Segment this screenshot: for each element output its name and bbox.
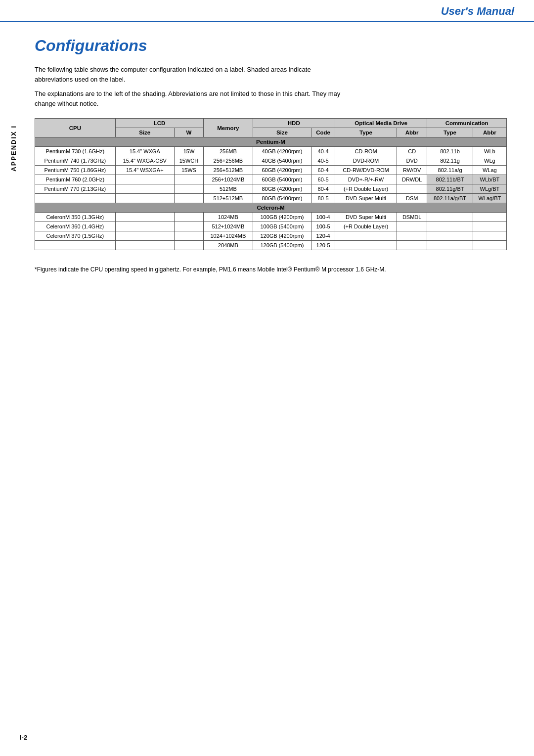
config-table-container: CPU LCD Memory HDD Optical Media Drive C… bbox=[35, 118, 507, 250]
table-row: CeleronM 360 (1.4GHz)512+1024MB100GB (54… bbox=[35, 222, 507, 231]
table-cell bbox=[473, 222, 506, 231]
table-cell: PentiumM 760 (2.0GHz) bbox=[35, 175, 116, 184]
table-cell: CeleronM 370 (1.5GHz) bbox=[35, 231, 116, 241]
th-hdd: HDD bbox=[253, 119, 335, 128]
appendix-label: APPENDIX I bbox=[10, 125, 17, 172]
th-cpu: CPU bbox=[35, 119, 116, 137]
table-cell: 802.11b bbox=[427, 147, 473, 156]
table-cell: (+R Double Layer) bbox=[335, 222, 397, 231]
table-cell: 40-5 bbox=[312, 156, 335, 166]
table-cell: WLb/BT bbox=[473, 175, 506, 184]
footer-note: *Figures indicate the CPU operating spee… bbox=[35, 265, 430, 274]
table-cell: 80GB (5400rpm) bbox=[253, 194, 312, 203]
table-cell bbox=[115, 231, 174, 241]
table-cell: 256+512MB bbox=[204, 166, 253, 175]
table-cell: CD-ROM bbox=[335, 147, 397, 156]
table-cell bbox=[35, 241, 116, 250]
table-cell: 15W bbox=[174, 147, 203, 156]
appendix-sidebar: APPENDIX I bbox=[0, 99, 27, 198]
table-group-header: Pentium-M bbox=[35, 137, 507, 147]
table-cell bbox=[115, 241, 174, 250]
table-cell bbox=[335, 241, 397, 250]
table-cell: 100GB (5400rpm) bbox=[253, 222, 312, 231]
table-cell bbox=[473, 231, 506, 241]
page-header: User's Manual bbox=[0, 0, 534, 22]
table-row: PentiumM 760 (2.0GHz)256+1024MB60GB (540… bbox=[35, 175, 507, 184]
table-cell: 512MB bbox=[204, 184, 253, 194]
table-cell: 120-5 bbox=[312, 241, 335, 250]
table-cell bbox=[35, 194, 116, 203]
table-cell: DVD+-R/+-RW bbox=[335, 175, 397, 184]
th-lcd-size: Size bbox=[115, 128, 174, 137]
table-cell: 15WS bbox=[174, 166, 203, 175]
table-cell bbox=[174, 213, 203, 222]
table-cell: 15.4" WXGA bbox=[115, 147, 174, 156]
table-cell: 15WCH bbox=[174, 156, 203, 166]
table-cell: DSMDL bbox=[397, 213, 427, 222]
table-cell bbox=[174, 241, 203, 250]
table-cell: DSM bbox=[397, 194, 427, 203]
table-cell: 40GB (5400rpm) bbox=[253, 156, 312, 166]
table-cell: WLg/BT bbox=[473, 184, 506, 194]
table-cell bbox=[427, 231, 473, 241]
table-cell: 802.11a/g bbox=[427, 166, 473, 175]
table-cell: 100-4 bbox=[312, 213, 335, 222]
th-memory: Memory bbox=[204, 119, 253, 137]
table-cell bbox=[427, 241, 473, 250]
table-cell bbox=[115, 175, 174, 184]
th-optical: Optical Media Drive bbox=[335, 119, 427, 128]
table-row: CeleronM 370 (1.5GHz)1024+1024MB120GB (4… bbox=[35, 231, 507, 241]
table-cell: PentiumM 730 (1.6GHz) bbox=[35, 147, 116, 156]
section-title: Configurations bbox=[35, 37, 507, 55]
table-cell bbox=[397, 184, 427, 194]
table-cell: WLg bbox=[473, 156, 506, 166]
table-cell: 802.11a/g/BT bbox=[427, 194, 473, 203]
table-cell bbox=[115, 194, 174, 203]
page-number: I-2 bbox=[20, 734, 27, 741]
manual-title: User's Manual bbox=[441, 5, 514, 18]
th-lcd: LCD bbox=[115, 119, 203, 128]
table-cell: 120GB (5400rpm) bbox=[253, 241, 312, 250]
table-cell: CeleronM 360 (1.4GHz) bbox=[35, 222, 116, 231]
table-cell: PentiumM 750 (1.86GHz) bbox=[35, 166, 116, 175]
table-cell: 15.4" WSXGA+ bbox=[115, 166, 174, 175]
th-hdd-code: Code bbox=[312, 128, 335, 137]
table-cell bbox=[427, 222, 473, 231]
table-cell: 60GB (5400rpm) bbox=[253, 175, 312, 184]
table-cell: RW/DV bbox=[397, 166, 427, 175]
table-cell: DVD Super Multi bbox=[335, 194, 397, 203]
table-row: PentiumM 740 (1.73GHz)15.4" WXGA-CSV15WC… bbox=[35, 156, 507, 166]
table-cell: 80GB (4200rpm) bbox=[253, 184, 312, 194]
table-group-header: Celeron-M bbox=[35, 203, 507, 213]
table-cell: CD bbox=[397, 147, 427, 156]
table-cell bbox=[115, 222, 174, 231]
table-cell: 512+512MB bbox=[204, 194, 253, 203]
table-cell bbox=[174, 222, 203, 231]
table-cell: CeleronM 350 (1.3GHz) bbox=[35, 213, 116, 222]
table-cell: 802.11g bbox=[427, 156, 473, 166]
table-cell: 60GB (4200rpm) bbox=[253, 166, 312, 175]
table-cell: DVD Super Multi bbox=[335, 213, 397, 222]
table-cell: 802.11g/BT bbox=[427, 184, 473, 194]
table-cell bbox=[174, 194, 203, 203]
table-cell bbox=[115, 213, 174, 222]
table-cell bbox=[473, 241, 506, 250]
table-cell: 120-4 bbox=[312, 231, 335, 241]
table-cell bbox=[473, 213, 506, 222]
table-cell: 256+1024MB bbox=[204, 175, 253, 184]
th-comm: Communication bbox=[427, 119, 507, 128]
table-row: 512+512MB80GB (5400rpm)80-5DVD Super Mul… bbox=[35, 194, 507, 203]
table-cell: DRWDL bbox=[397, 175, 427, 184]
table-cell: 100GB (4200rpm) bbox=[253, 213, 312, 222]
table-cell: PentiumM 770 (2.13GHz) bbox=[35, 184, 116, 194]
table-cell: 1024MB bbox=[204, 213, 253, 222]
table-cell: 80-4 bbox=[312, 184, 335, 194]
table-cell: 2048MB bbox=[204, 241, 253, 250]
table-cell bbox=[174, 231, 203, 241]
table-cell: 80-5 bbox=[312, 194, 335, 203]
table-cell bbox=[174, 184, 203, 194]
table-cell bbox=[397, 222, 427, 231]
config-table: CPU LCD Memory HDD Optical Media Drive C… bbox=[35, 118, 507, 250]
table-row: PentiumM 770 (2.13GHz)512MB80GB (4200rpm… bbox=[35, 184, 507, 194]
table-row: PentiumM 750 (1.86GHz)15.4" WSXGA+15WS25… bbox=[35, 166, 507, 175]
